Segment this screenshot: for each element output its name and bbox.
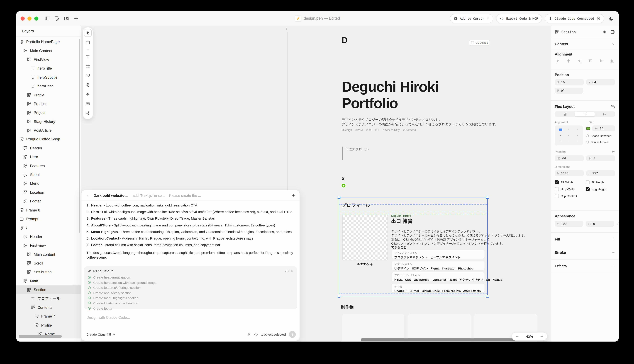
layer-row--[interactable]: / [16,223,81,232]
chevron-updown-icon[interactable] [290,270,293,272]
layer-row-main-content[interactable]: Main Content [16,46,81,55]
work-card[interactable] [408,314,471,342]
page-frame-label[interactable]: / [286,27,287,30]
fill-section[interactable]: Fill [551,233,619,246]
layer-row-location[interactable]: Location [16,188,81,197]
sidebar-horizontal-scrollbar[interactable] [19,335,62,338]
new-chat-icon[interactable] [292,194,295,197]
os-default-badge[interactable]: OS Default [469,40,490,46]
fullscreen-button[interactable] [34,16,38,20]
tool-adjustments[interactable] [84,110,92,117]
layer-row-profile[interactable]: Profile [16,321,81,330]
tool-text[interactable] [84,53,92,60]
send-button[interactable] [289,331,296,338]
task-item[interactable]: Create hero section with background imag… [88,280,293,284]
toggle-clip-content[interactable]: Clip Content [555,194,584,198]
tool-shape-more[interactable] [84,48,92,51]
task-item[interactable]: Create footer [88,306,293,310]
resize-handle-tl[interactable] [338,196,340,199]
alignCV-icon[interactable] [599,59,604,63]
space-between-option[interactable]: Space Between [586,134,615,138]
alignT-icon[interactable] [588,59,592,63]
toggle-fill-height[interactable]: Fill Height [586,180,615,184]
task-card-header[interactable]: Pencil it out 7/7 [88,269,293,273]
layer-row-features[interactable]: Features [16,162,81,170]
corner-radius-input[interactable]: 0 [586,221,614,227]
layer-row-herosubtitle[interactable]: heroSubtitle [16,73,81,82]
layer-row-profile[interactable]: Profile [16,90,81,100]
space-around-option[interactable]: Space Around [586,140,615,144]
layer-row-section[interactable]: Section [16,286,81,294]
task-item[interactable]: Create features/offerings section [88,286,293,290]
flow-icon[interactable] [611,104,615,108]
layer-row-frame-8[interactable]: Frame 8 [16,206,81,214]
alignB-icon[interactable] [610,59,614,63]
layer-row-menu[interactable]: Menu [16,179,81,188]
chat-tab[interactable]: add "Next.js" in se... [132,194,165,197]
layer-row-stagehistory[interactable]: StageHistory [16,117,81,126]
matrix-cell[interactable] [556,127,564,132]
alignR-icon[interactable] [577,59,582,63]
export-code-button[interactable]: Export Code & MCP [496,14,542,23]
matrix-cell[interactable] [564,127,573,132]
layer-row-herodesc[interactable]: heroDesc [16,82,81,90]
context-section[interactable]: Context [551,38,619,50]
toggle-sidebar-icon[interactable] [44,16,50,21]
opacity-input[interactable]: %100 [555,221,583,227]
add-to-cursor-button[interactable]: Add to Cursor [450,14,494,23]
position-r-input[interactable]: R0° [555,88,583,94]
chat-tab[interactable]: Dark bold website ... [94,194,128,197]
task-item[interactable]: Create location/contact section [88,301,293,305]
tool-note[interactable] [84,72,92,79]
layer-row-header[interactable]: Header [16,144,81,152]
matrix-cell[interactable] [564,132,573,138]
chat-tab[interactable]: Please create the ... [169,194,201,197]
layout-vertical-option[interactable] [575,112,595,116]
close-button[interactable] [20,16,25,20]
tool-select[interactable] [84,29,92,37]
position-x-input[interactable]: X16 [555,79,584,85]
resize-handle-tr[interactable] [486,196,489,199]
model-selector[interactable]: Claude Opus 4.5 [86,332,116,336]
minimize-button[interactable] [28,16,32,20]
play-button[interactable]: 再生する [342,262,388,266]
layout-horizontal-option[interactable] [595,112,614,116]
matrix-cell[interactable] [573,127,581,132]
task-item[interactable]: Create about/story section [88,291,293,295]
layer-row-scroll[interactable]: Scroll [16,259,81,268]
layer-row-portfolio-homepage[interactable]: Portfolio HomePage [16,38,81,46]
gear-icon[interactable] [611,150,615,154]
layer-row-first-view[interactable]: First view [16,241,81,250]
tool-frame[interactable] [84,63,92,70]
layer-row-postarticle[interactable]: PostArticle [16,126,81,135]
expand-icon[interactable] [617,222,619,226]
palette-icon[interactable] [254,332,258,336]
plus-icon[interactable] [611,264,615,268]
matrix-cell[interactable] [556,132,564,138]
create-component-icon[interactable] [602,30,607,34]
alignment-matrix[interactable] [555,126,583,145]
layer-row-product[interactable]: Product [16,99,81,108]
matrix-cell[interactable] [564,138,573,144]
tool-keyboard[interactable] [84,100,92,107]
matrix-cell[interactable] [573,138,581,144]
design-tools-icon[interactable] [54,16,59,21]
layer-row-project[interactable]: Project [16,108,81,117]
alignL-icon[interactable] [555,59,560,63]
profile-image-placeholder[interactable] [342,215,388,260]
zoom-in-icon[interactable] [540,335,544,338]
width-input[interactable]: W1120 [555,170,584,176]
layer-row-frame-7[interactable]: Frame 7 [16,312,81,321]
matrix-cell[interactable] [573,132,581,138]
claude-code-status-button[interactable]: Claude Code Connected [544,14,604,23]
layer-row--[interactable]: プロフィール [16,294,81,303]
dark-mode-toggle[interactable] [608,15,614,22]
gap-input[interactable]: 24 [592,126,615,131]
padding-vertical-input[interactable]: 64 [555,155,584,161]
selected-section-frame[interactable]: プロフィール 再生する Deguchi Hiroki 出口 裕貴 デザインとテク… [339,197,488,296]
layer-row-prompt[interactable]: Prompt [16,214,81,224]
layer-row-firstview[interactable]: FirstView [16,55,81,64]
layer-row-main[interactable]: Main [16,276,81,286]
plus-icon[interactable] [611,237,615,241]
layer-row-contents[interactable]: Contents [16,303,81,312]
